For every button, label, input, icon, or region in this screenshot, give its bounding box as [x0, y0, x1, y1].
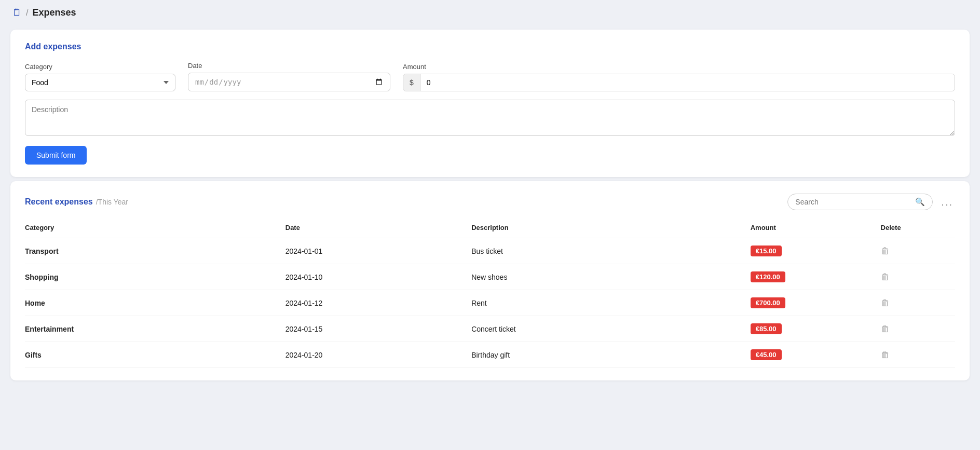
delete-button[interactable]: 🗑 [881, 298, 890, 308]
row-description: Rent [471, 290, 751, 316]
add-form-row-top: Category Food Transport Shopping Home En… [25, 62, 955, 91]
recent-title: Recent expenses [25, 197, 93, 207]
delete-button[interactable]: 🗑 [881, 246, 890, 256]
amount-badge: €120.00 [751, 271, 785, 282]
delete-button[interactable]: 🗑 [881, 272, 890, 282]
page-title: Expenses [32, 7, 76, 18]
row-delete-cell: 🗑 [881, 290, 955, 316]
page-header: 🗒 / Expenses [0, 0, 980, 25]
row-description: Birthday gift [471, 342, 751, 368]
date-input[interactable] [188, 73, 390, 91]
table-row: Home 2024-01-12 Rent €700.00 🗑 [25, 290, 955, 316]
recent-header: Recent expenses /This Year 🔍 ... [25, 194, 955, 210]
category-group: Category Food Transport Shopping Home En… [25, 63, 175, 91]
row-amount: €85.00 [751, 316, 881, 342]
row-category: Shopping [25, 264, 285, 290]
delete-button[interactable]: 🗑 [881, 350, 890, 360]
add-expenses-card: Add expenses Category Food Transport Sho… [10, 30, 970, 177]
date-group: Date [188, 62, 390, 91]
table-row: Transport 2024-01-01 Bus ticket €15.00 🗑 [25, 238, 955, 264]
submit-button[interactable]: Submit form [25, 146, 87, 165]
row-date: 2024-01-10 [285, 264, 471, 290]
recent-expenses-card: Recent expenses /This Year 🔍 ... Categor… [10, 181, 970, 380]
row-description: Bus ticket [471, 238, 751, 264]
more-options-button[interactable]: ... [939, 196, 955, 208]
search-icon: 🔍 [915, 197, 925, 207]
col-header-amount: Amount [751, 220, 881, 238]
row-amount: €120.00 [751, 264, 881, 290]
amount-badge: €700.00 [751, 297, 785, 308]
amount-group: Amount $ [403, 63, 955, 91]
expenses-table: Category Date Description Amount Delete … [25, 220, 955, 368]
row-category: Home [25, 290, 285, 316]
row-delete-cell: 🗑 [881, 316, 955, 342]
row-category: Gifts [25, 342, 285, 368]
search-wrapper: 🔍 [787, 194, 933, 210]
row-description: Concert ticket [471, 316, 751, 342]
row-amount: €15.00 [751, 238, 881, 264]
amount-badge: €15.00 [751, 246, 782, 256]
row-date: 2024-01-12 [285, 290, 471, 316]
row-delete-cell: 🗑 [881, 342, 955, 368]
recent-header-actions: 🔍 ... [787, 194, 955, 210]
row-category: Transport [25, 238, 285, 264]
row-amount: €700.00 [751, 290, 881, 316]
breadcrumb-slash: / [26, 8, 28, 18]
date-label: Date [188, 62, 390, 70]
row-date: 2024-01-20 [285, 342, 471, 368]
row-delete-cell: 🗑 [881, 238, 955, 264]
table-row: Entertainment 2024-01-15 Concert ticket … [25, 316, 955, 342]
row-date: 2024-01-01 [285, 238, 471, 264]
row-amount: €45.00 [751, 342, 881, 368]
col-header-category: Category [25, 220, 285, 238]
add-expenses-title: Add expenses [25, 42, 955, 51]
search-input[interactable] [795, 198, 911, 206]
description-textarea[interactable] [25, 100, 955, 136]
amount-label: Amount [403, 63, 955, 71]
row-description: New shoes [471, 264, 751, 290]
table-row: Shopping 2024-01-10 New shoes €120.00 🗑 [25, 264, 955, 290]
amount-input[interactable] [420, 74, 955, 91]
page-icon: 🗒 [12, 7, 22, 18]
delete-button[interactable]: 🗑 [881, 324, 890, 334]
col-header-description: Description [471, 220, 751, 238]
amount-badge: €45.00 [751, 349, 782, 360]
amount-badge: €85.00 [751, 323, 782, 334]
table-header-row: Category Date Description Amount Delete [25, 220, 955, 238]
row-delete-cell: 🗑 [881, 264, 955, 290]
category-label: Category [25, 63, 175, 71]
table-row: Gifts 2024-01-20 Birthday gift €45.00 🗑 [25, 342, 955, 368]
recent-subtitle: /This Year [96, 198, 128, 206]
category-select[interactable]: Food Transport Shopping Home Entertainme… [25, 74, 175, 91]
row-date: 2024-01-15 [285, 316, 471, 342]
amount-wrapper: $ [403, 74, 955, 91]
row-category: Entertainment [25, 316, 285, 342]
col-header-date: Date [285, 220, 471, 238]
col-header-delete: Delete [881, 220, 955, 238]
amount-prefix: $ [403, 74, 420, 91]
